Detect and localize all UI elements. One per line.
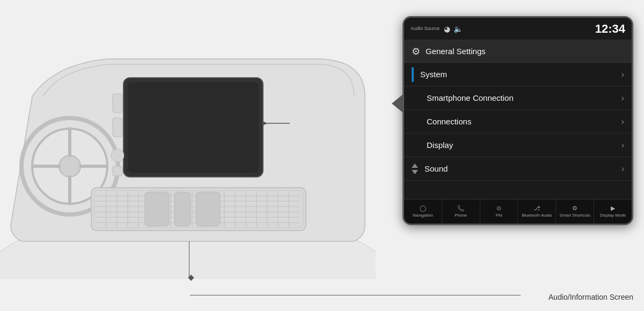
svg-point-13 (111, 149, 124, 162)
nav-label-navigation: Navigation (413, 213, 433, 218)
nav-label-phone: Phone (455, 213, 467, 218)
chevron-right-display: › (621, 140, 624, 150)
chevron-right-connections: › (621, 117, 624, 127)
chevron-right-smartphone: › (621, 93, 624, 103)
menu-item-system[interactable]: System › (404, 63, 632, 86)
connection-arrow (392, 94, 404, 113)
nav-label-fm: FM (496, 213, 502, 218)
footer-label-text: Audio/Information Screen (548, 293, 633, 301)
menu-item-label-display: Display (427, 140, 621, 150)
shortcuts-icon: ⚙ (572, 205, 577, 212)
audio-source-text: Audio Source (411, 26, 440, 32)
speaker-icon: 🔈 (453, 25, 463, 33)
display-mode-icon: ▶ (611, 205, 615, 212)
header-left: Audio Source ◕ 🔈 (411, 25, 463, 33)
screen-header: Audio Source ◕ 🔈 12:34 (404, 18, 632, 40)
svg-rect-11 (113, 94, 122, 113)
header-icons: ◕ 🔈 (444, 25, 463, 33)
settings-title: General Settings (426, 47, 486, 56)
svg-rect-10 (128, 82, 259, 173)
menu-item-label-smartphone: Smartphone Connection (427, 93, 621, 102)
connector-line-vertical (189, 241, 189, 279)
svg-rect-42 (174, 192, 191, 226)
menu-list: System › Smartphone Connection › Connect… (404, 63, 632, 181)
svg-point-4 (59, 156, 80, 177)
nav-label-bluetooth: Bluetooth Audio (522, 213, 552, 218)
nav-item-navigation[interactable]: ◯ Navigation (404, 199, 442, 224)
bluetooth-icon: ⎇ (533, 205, 540, 212)
chevron-right-system: › (621, 70, 624, 79)
screen-popup: Audio Source ◕ 🔈 12:34 ⚙ General Setting… (402, 16, 633, 225)
fm-icon: ⊙ (496, 205, 501, 212)
bottom-nav-bar: ◯ Navigation 📞 Phone ⊙ FM ⎇ Bluetooth Au… (404, 199, 632, 224)
svg-rect-14 (113, 166, 122, 176)
nav-label-display-mode: Display Mode (600, 213, 626, 218)
dashboard-illustration (0, 0, 376, 279)
nav-item-bluetooth[interactable]: ⎇ Bluetooth Audio (518, 199, 556, 224)
scroll-indicator-system (412, 67, 414, 82)
svg-rect-41 (145, 192, 169, 226)
connector-line-horizontal (190, 295, 521, 295)
menu-item-label-system: System (420, 70, 621, 79)
menu-item-connections[interactable]: Connections › (404, 110, 632, 134)
svg-rect-12 (113, 118, 122, 137)
chevron-right-sound: › (621, 164, 624, 174)
svg-rect-43 (196, 192, 220, 226)
menu-item-display[interactable]: Display › (404, 134, 632, 157)
nav-item-phone[interactable]: 📞 Phone (442, 199, 480, 224)
scroll-up-icon (412, 164, 418, 168)
clock-display: 12:34 (595, 22, 625, 36)
footer-label-area: Audio/Information Screen (548, 293, 633, 301)
menu-item-label-sound: Sound (425, 164, 621, 173)
scroll-down-icon (412, 170, 418, 174)
menu-item-smartphone[interactable]: Smartphone Connection › (404, 86, 632, 110)
menu-item-label-connections: Connections (427, 117, 621, 126)
gear-icon: ⚙ (412, 46, 420, 57)
nav-label-shortcuts: Smart Shortcuts (560, 213, 590, 218)
settings-title-row: ⚙ General Settings (404, 40, 632, 63)
signal-icon: ◕ (444, 25, 450, 33)
menu-item-sound[interactable]: Sound › (404, 157, 632, 181)
nav-item-fm[interactable]: ⊙ FM (480, 199, 518, 224)
phone-icon: 📞 (457, 205, 465, 212)
nav-item-display-mode[interactable]: ▶ Display Mode (594, 199, 632, 224)
scroll-indicator-sound (412, 164, 418, 174)
navigation-icon: ◯ (420, 205, 426, 212)
nav-item-shortcuts[interactable]: ⚙ Smart Shortcuts (556, 199, 594, 224)
